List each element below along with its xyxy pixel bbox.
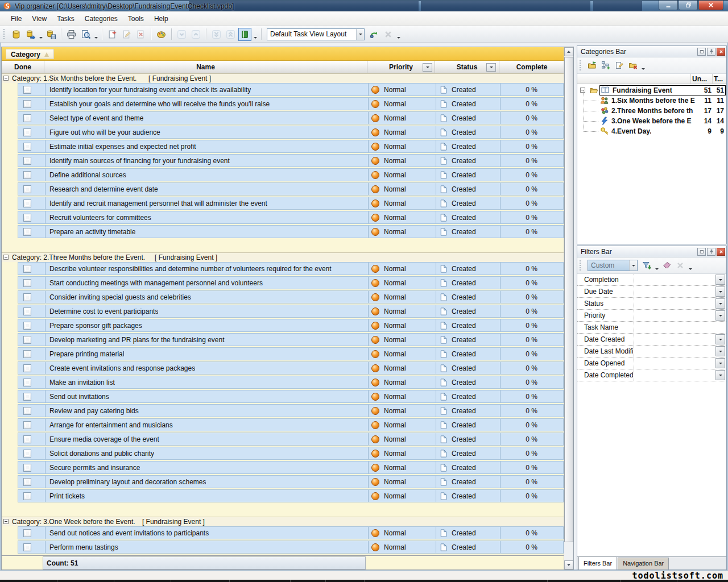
task-row[interactable]: Send out notices and event invitations t… xyxy=(18,526,564,539)
toolbar-grip[interactable] xyxy=(580,260,582,271)
tab-filters-bar[interactable]: Filters Bar xyxy=(578,556,617,569)
scroll-up-button[interactable] xyxy=(564,47,573,56)
filters-pin-button[interactable] xyxy=(707,248,715,256)
move-to-top-button[interactable] xyxy=(224,28,237,41)
scroll-down-button[interactable] xyxy=(564,560,573,569)
category-tree-item[interactable]: 1.Six Months before the E 11 11 xyxy=(577,95,726,106)
categories-close-button[interactable] xyxy=(717,48,725,56)
combo-dropdown-button[interactable] xyxy=(356,29,364,40)
apply-filter-button[interactable] xyxy=(640,259,653,272)
column-header-uncompleted[interactable]: Un... xyxy=(692,75,712,83)
clear-layout-button[interactable] xyxy=(382,28,395,41)
restore-button[interactable] xyxy=(679,1,698,10)
new-database-button[interactable] xyxy=(10,28,23,41)
done-checkbox[interactable] xyxy=(23,450,31,458)
task-row[interactable]: Estimate initial expenses and expected n… xyxy=(18,140,564,153)
priority-filter-dropdown[interactable] xyxy=(423,63,432,72)
filters-close-button[interactable] xyxy=(717,248,725,256)
done-checkbox[interactable] xyxy=(23,143,31,151)
category-tree-item[interactable]: 3.One Week before the E 14 14 xyxy=(577,116,726,126)
edit-category-button[interactable] xyxy=(613,59,626,72)
task-row[interactable]: Prepare sponsor gift packages Normal Cre… xyxy=(18,319,564,332)
open-database-dropdown-caret[interactable] xyxy=(38,28,44,41)
column-header-done[interactable]: Done xyxy=(2,61,44,73)
task-row[interactable]: Perform menu tastings Normal Created 0 % xyxy=(18,541,564,554)
done-checkbox[interactable] xyxy=(23,293,31,301)
new-category-button[interactable] xyxy=(586,59,598,72)
remove-filter-button[interactable] xyxy=(674,259,686,272)
filter-dropdown-button[interactable] xyxy=(715,358,725,368)
task-row[interactable]: Establish your goals and determine who w… xyxy=(18,97,564,110)
done-checkbox[interactable] xyxy=(23,157,31,165)
category-group-header[interactable]: Category: 3.One Week before the Event. [… xyxy=(2,517,564,526)
open-database-button[interactable] xyxy=(24,28,37,41)
task-row[interactable]: Start conducting meetings with managemen… xyxy=(18,276,564,289)
categories-pin-button[interactable] xyxy=(707,48,715,56)
menu-view[interactable]: View xyxy=(27,13,52,25)
done-checkbox[interactable] xyxy=(23,265,31,273)
menu-tasks[interactable]: Tasks xyxy=(52,13,80,25)
task-row[interactable]: Identify main sources of financing for y… xyxy=(18,154,564,167)
delete-category-button[interactable] xyxy=(627,59,639,72)
done-checkbox[interactable] xyxy=(23,279,31,287)
move-to-bottom-button[interactable] xyxy=(210,28,223,41)
task-row[interactable]: Solicit donations and public charity Nor… xyxy=(18,447,564,460)
collapse-icon[interactable] xyxy=(3,519,9,524)
menu-file[interactable]: File xyxy=(6,13,27,25)
vertical-scrollbar[interactable] xyxy=(564,47,573,569)
done-checkbox[interactable] xyxy=(23,543,31,551)
done-checkbox[interactable] xyxy=(23,86,31,94)
apply-filter-dropdown-caret[interactable] xyxy=(653,259,660,272)
task-view-layout-combo-value[interactable] xyxy=(267,29,356,40)
category-tree-item[interactable]: 4.Event Day. 9 9 xyxy=(577,126,726,136)
task-row[interactable]: Select type of event and theme Normal Cr… xyxy=(18,111,564,124)
move-down-button[interactable] xyxy=(175,28,188,41)
done-checkbox[interactable] xyxy=(23,214,31,222)
column-header-complete[interactable]: Complete xyxy=(499,61,564,73)
collapse-icon[interactable] xyxy=(3,255,9,260)
add-subcategory-button[interactable] xyxy=(599,59,612,72)
done-checkbox[interactable] xyxy=(23,407,31,415)
menu-categories[interactable]: Categories xyxy=(80,13,123,25)
done-checkbox[interactable] xyxy=(23,379,31,386)
filter-dropdown-button[interactable] xyxy=(715,370,725,380)
filter-preset-combo-value[interactable] xyxy=(588,260,629,271)
filter-dropdown-button[interactable] xyxy=(715,334,725,344)
task-row[interactable]: Determine cost to event participants Nor… xyxy=(18,305,564,318)
task-row[interactable]: Research and determine event date Normal… xyxy=(18,182,564,196)
toolbar-overflow-caret[interactable] xyxy=(395,28,402,41)
task-row[interactable]: Secure permits and insurance Normal Crea… xyxy=(18,461,564,474)
done-checkbox[interactable] xyxy=(23,322,31,330)
toolbar-overflow-caret[interactable] xyxy=(640,59,646,72)
task-row[interactable]: Prepare printing material Normal Created… xyxy=(18,347,564,360)
done-checkbox[interactable] xyxy=(23,435,31,443)
done-checkbox[interactable] xyxy=(23,307,31,315)
scrollbar-thumb[interactable] xyxy=(564,57,573,542)
close-button[interactable] xyxy=(698,1,723,10)
clear-filter-button[interactable] xyxy=(660,259,673,272)
column-header-total[interactable]: T... xyxy=(714,75,725,83)
task-row[interactable]: Describe volunteer responsibilities and … xyxy=(18,262,564,275)
group-by-category-chip[interactable]: Category xyxy=(6,49,54,59)
toolbar-grip[interactable] xyxy=(3,29,6,39)
combo-dropdown-button[interactable] xyxy=(629,260,637,271)
task-row[interactable]: Arrange for entertainment and musicians … xyxy=(18,418,564,431)
done-checkbox[interactable] xyxy=(23,350,31,358)
task-row[interactable]: Identify location for your fundraising e… xyxy=(18,83,564,96)
task-row[interactable]: Figure out who will be your audience Nor… xyxy=(18,126,564,139)
done-checkbox[interactable] xyxy=(23,185,31,193)
done-checkbox[interactable] xyxy=(23,364,31,372)
print-preview-button[interactable] xyxy=(79,28,92,41)
collapse-icon[interactable] xyxy=(3,76,9,81)
category-group-header[interactable]: Category: 2.Three Months before the Even… xyxy=(2,252,564,262)
filter-dropdown-button[interactable] xyxy=(715,298,725,309)
task-row[interactable]: Develop preliminary layout and decoratio… xyxy=(18,475,564,488)
view-layout-dropdown-caret[interactable] xyxy=(252,28,258,41)
print-preview-dropdown-caret[interactable] xyxy=(93,28,99,41)
apply-layout-button[interactable] xyxy=(367,28,380,41)
category-tree-item[interactable]: 2.Three Months before th 17 17 xyxy=(577,106,726,116)
view-layout-button[interactable] xyxy=(238,28,251,41)
print-button[interactable] xyxy=(65,28,78,41)
menu-tools[interactable]: Tools xyxy=(123,13,149,25)
task-row[interactable]: Make an invitation list Normal Created 0… xyxy=(18,376,564,389)
